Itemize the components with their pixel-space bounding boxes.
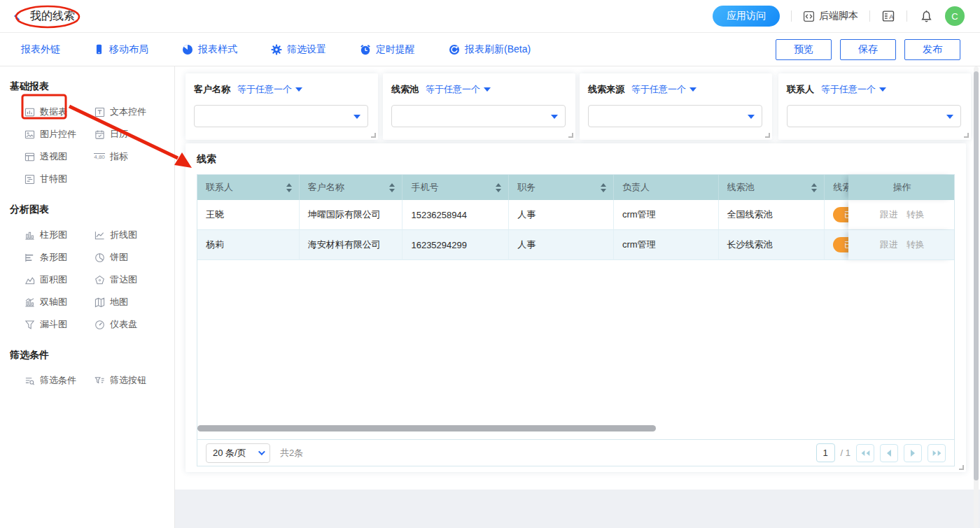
sidebar-item-gauge[interactable]: 仪表盘 (94, 318, 164, 331)
filter-operator-dropdown[interactable]: 等于任意一个 (631, 83, 696, 96)
notifications-button[interactable] (918, 8, 934, 24)
page-size-select[interactable]: 20 条/页 (206, 443, 270, 463)
sidebar-item-label: 折线图 (110, 229, 137, 241)
filter-select[interactable] (787, 105, 961, 127)
filter-operator-dropdown[interactable]: 等于任意一个 (237, 83, 302, 96)
sort-icon[interactable] (496, 183, 501, 192)
toolbar-item-external-link[interactable]: 报表外链 (21, 43, 60, 56)
follow-up-link[interactable]: 跟进 (880, 208, 898, 221)
sidebar-item-label: 筛选按钮 (110, 374, 146, 387)
column-header-phone[interactable]: 手机号 (402, 175, 509, 200)
sort-icon[interactable] (601, 183, 606, 192)
resize-handle[interactable] (959, 465, 964, 470)
table-pagination: 20 条/页 共2条 1 / 1 (197, 439, 954, 466)
bell-icon (920, 10, 933, 23)
cell-actions: 跟进转换 (848, 200, 954, 230)
filter-select[interactable] (194, 105, 368, 127)
filter-widget-customer-name[interactable]: 客户名称 等于任意一个 (186, 73, 378, 140)
filter-widget-contact[interactable]: 联系人 等于任意一个 (778, 73, 971, 140)
toolbar-item-report-refresh[interactable]: 报表刷新(Beta) (449, 43, 531, 56)
filter-widget-lead-pool[interactable]: 线索池 等于任意一个 (383, 73, 575, 140)
sort-icon[interactable] (286, 183, 292, 192)
divider (869, 10, 870, 22)
chevron-down-icon (484, 87, 491, 92)
sidebar-item-pie-chart[interactable]: 饼图 (94, 251, 164, 264)
user-avatar[interactable]: C (945, 6, 965, 26)
last-page-button[interactable] (927, 444, 946, 462)
resize-handle[interactable] (568, 133, 573, 138)
sidebar-item-map[interactable]: 地图 (94, 296, 164, 308)
sidebar-item-metric[interactable]: 4,80 指标 (94, 150, 164, 163)
follow-up-link[interactable]: 跟进 (880, 238, 898, 251)
code-icon (803, 10, 815, 22)
save-button[interactable]: 保存 (840, 39, 896, 60)
sidebar-item-filter-condition[interactable]: 筛选条件 (24, 374, 94, 387)
cell-status: 已转 (825, 200, 848, 230)
sidebar-item-data-table[interactable]: 数据表 (24, 106, 94, 118)
app-access-button[interactable]: 应用访问 (713, 6, 780, 27)
chevron-right-icon (911, 450, 915, 457)
convert-link[interactable]: 转换 (906, 208, 925, 221)
sidebar-item-calendar[interactable]: 日历 (94, 128, 164, 141)
filter-operator-dropdown[interactable]: 等于任意一个 (426, 83, 491, 96)
sidebar-item-dual-axis-chart[interactable]: 双轴图 (24, 296, 94, 308)
current-page-input[interactable]: 1 (816, 443, 835, 462)
convert-link[interactable]: 转换 (906, 238, 925, 251)
sidebar-item-funnel-chart[interactable]: 漏斗图 (24, 318, 94, 331)
column-header-status[interactable]: 线索状态 (825, 175, 848, 200)
resize-handle[interactable] (371, 133, 376, 138)
cell-phone: 15236258944 (402, 200, 509, 230)
filter-label: 客户名称 (194, 83, 230, 96)
sidebar-item-bar-chart[interactable]: 条形图 (24, 251, 94, 264)
next-page-button[interactable] (904, 444, 922, 462)
sidebar-item-column-chart[interactable]: 柱形图 (24, 229, 94, 241)
table-row[interactable]: 杨莉 海安材料有限公司 16235294299 人事 crm管理 长沙线索池 已… (197, 230, 954, 260)
cell-pool: 全国线索池 (719, 200, 825, 230)
sort-icon[interactable] (811, 183, 817, 192)
toolbar-item-mobile-layout[interactable]: 移动布局 (94, 43, 148, 56)
toolbar-item-report-style[interactable]: 报表样式 (182, 43, 237, 56)
sidebar-item-radar-chart[interactable]: 雷达图 (94, 273, 164, 286)
sidebar-item-gantt[interactable]: 甘特图 (24, 173, 94, 185)
filter-select[interactable] (588, 105, 762, 127)
table-row[interactable]: 王晓 坤曜国际有限公司 15236258944 人事 crm管理 全国线索池 已… (197, 200, 954, 230)
vertical-scrollbar[interactable] (974, 71, 979, 480)
publish-button[interactable]: 发布 (904, 39, 960, 60)
column-header-job[interactable]: 职务 (509, 175, 614, 200)
divider (791, 10, 792, 22)
resize-handle[interactable] (765, 133, 770, 138)
sidebar-item-pivot[interactable]: 透视图 (24, 150, 94, 163)
backend-script-button[interactable]: 后端脚本 (803, 10, 858, 22)
data-table-widget[interactable]: 线索 联系人 客户名称 手机号 职务 负责人 线索池 线索状态 操作 王晓 坤曜… (186, 143, 966, 472)
toolbar-label: 移动布局 (109, 43, 148, 56)
back-button[interactable] (11, 10, 24, 22)
column-header-pool[interactable]: 线索池 (719, 175, 825, 200)
sort-icon[interactable] (389, 183, 395, 192)
table-container: 联系人 客户名称 手机号 职务 负责人 线索池 线索状态 操作 王晓 坤曜国际有… (197, 174, 955, 466)
sidebar-item-text-widget[interactable]: 文本控件 (94, 106, 164, 118)
contacts-button[interactable]: A (881, 9, 895, 23)
sidebar-item-label: 柱形图 (40, 229, 67, 241)
filter-widget-lead-source[interactable]: 线索来源 等于任意一个 (580, 73, 772, 140)
column-header-owner[interactable]: 负责人 (614, 175, 719, 200)
horizontal-scrollbar[interactable] (197, 425, 656, 431)
preview-button[interactable]: 预览 (776, 39, 832, 60)
prev-page-button[interactable] (880, 444, 898, 462)
column-header-contact[interactable]: 联系人 (197, 175, 300, 200)
toolbar-item-scheduled-reminder[interactable]: 定时提醒 (360, 43, 415, 56)
image-widget-icon (24, 129, 35, 140)
map-icon (94, 297, 105, 308)
filter-operator-dropdown[interactable]: 等于任意一个 (821, 83, 886, 96)
first-page-button[interactable] (856, 444, 874, 462)
sidebar-item-filter-button[interactable]: 筛选按钮 (94, 374, 164, 387)
filter-select[interactable] (391, 105, 566, 127)
sidebar-item-area-chart[interactable]: 面积图 (24, 273, 94, 286)
sidebar-item-line-chart[interactable]: 折线图 (94, 229, 164, 241)
toolbar-item-filter-settings[interactable]: 筛选设置 (271, 43, 326, 56)
cell-actions: 跟进转换 (848, 230, 954, 260)
column-header-customer[interactable]: 客户名称 (300, 175, 403, 200)
sidebar-item-image-widget[interactable]: 图片控件 (24, 128, 94, 141)
sidebar-item-label: 仪表盘 (110, 318, 137, 331)
filter-button-icon (94, 375, 105, 386)
resize-handle[interactable] (964, 133, 969, 138)
